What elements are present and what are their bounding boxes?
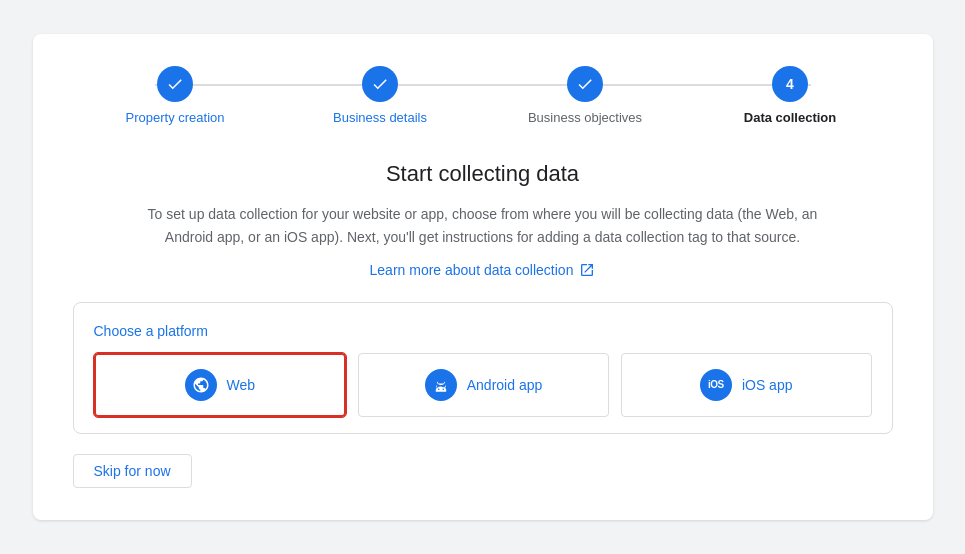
step-1-circle	[157, 66, 193, 102]
step-4-number: 4	[786, 76, 794, 92]
android-icon	[432, 376, 450, 394]
step-property-creation: Property creation	[73, 66, 278, 125]
checkmark-icon	[166, 75, 184, 93]
web-icon-circle	[185, 369, 217, 401]
step-2-circle	[362, 66, 398, 102]
step-4-label: Data collection	[744, 110, 836, 125]
ios-text: iOS	[708, 379, 724, 390]
ios-icon-circle: iOS	[700, 369, 732, 401]
android-platform-button[interactable]: Android app	[358, 353, 609, 417]
page-description: To set up data collection for your websi…	[133, 203, 833, 248]
page-title: Start collecting data	[73, 161, 893, 187]
step-data-collection: 4 Data collection	[688, 66, 893, 125]
platform-section-label: Choose a platform	[94, 323, 872, 339]
step-2-label: Business details	[333, 110, 427, 125]
ios-platform-button[interactable]: iOS iOS app	[621, 353, 872, 417]
step-business-details: Business details	[278, 66, 483, 125]
globe-icon	[192, 376, 210, 394]
web-platform-button[interactable]: Web	[94, 353, 347, 417]
skip-button[interactable]: Skip for now	[73, 454, 192, 488]
ios-label: iOS app	[742, 377, 793, 393]
learn-more-link[interactable]: Learn more about data collection	[73, 262, 893, 278]
platform-chooser-box: Choose a platform Web Android app	[73, 302, 893, 434]
external-link-icon	[579, 262, 595, 278]
stepper: Property creation Business details Busin…	[73, 66, 893, 125]
android-icon-circle	[425, 369, 457, 401]
main-container: Property creation Business details Busin…	[33, 34, 933, 520]
checkmark-icon-3	[576, 75, 594, 93]
web-label: Web	[227, 377, 256, 393]
step-1-label: Property creation	[126, 110, 225, 125]
learn-more-text: Learn more about data collection	[370, 262, 574, 278]
step-business-objectives: Business objectives	[483, 66, 688, 125]
step-3-label: Business objectives	[528, 110, 642, 125]
step-4-circle: 4	[772, 66, 808, 102]
checkmark-icon-2	[371, 75, 389, 93]
platform-options: Web Android app iOS iOS app	[94, 353, 872, 417]
step-3-circle	[567, 66, 603, 102]
android-label: Android app	[467, 377, 543, 393]
